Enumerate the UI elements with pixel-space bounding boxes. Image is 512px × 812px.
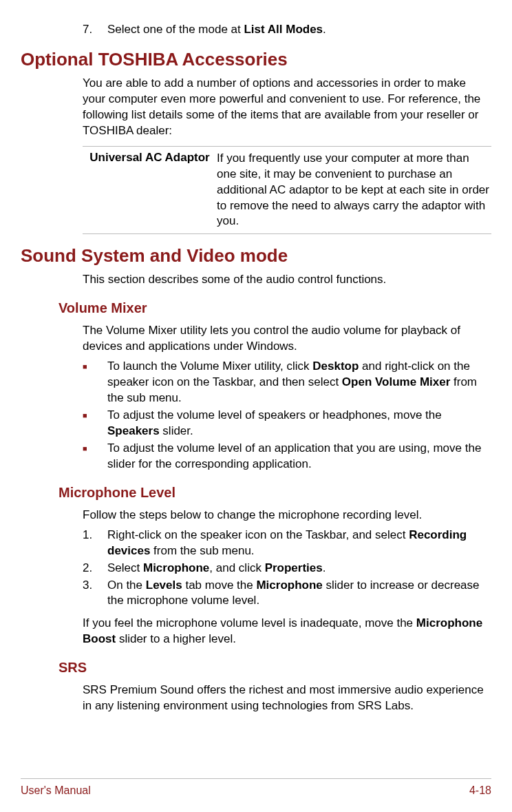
bold-text: Desktop <box>312 360 359 373</box>
heading-optional-accessories: Optional TOSHIBA Accessories <box>21 49 491 70</box>
list-item: ■ To adjust the volume level of speakers… <box>83 408 491 439</box>
list-item: ■ To adjust the volume level of an appli… <box>83 441 491 472</box>
text: , and click <box>209 561 264 574</box>
bullet-icon: ■ <box>83 408 107 439</box>
volume-intro: The Volume Mixer utility lets you contro… <box>83 323 491 355</box>
mic-step-2: 2. Select Microphone, and click Properti… <box>83 561 491 576</box>
accessory-table: Universal AC Adaptor If you frequently u… <box>83 146 491 235</box>
step-number: 1. <box>83 528 107 559</box>
page-container: 7. Select one of the mode at List All Mo… <box>0 0 512 812</box>
text: On the <box>107 579 146 592</box>
text: slider. <box>160 424 193 437</box>
step-text: On the Levels tab move the Microphone sl… <box>107 578 491 610</box>
table-row: Universal AC Adaptor If you frequently u… <box>83 147 491 234</box>
sound-intro: This section describes some of the audio… <box>83 272 491 288</box>
text: . <box>323 561 326 574</box>
bullet-icon: ■ <box>83 441 107 472</box>
text: Select <box>107 561 143 574</box>
bullet-text: To adjust the volume level of speakers o… <box>107 408 491 439</box>
bold-text: Microphone <box>256 579 322 592</box>
text: tab move the <box>182 579 257 592</box>
bullet-text: To adjust the volume level of an applica… <box>107 441 491 472</box>
text: If you feel the microphone volume level … <box>83 616 416 629</box>
accessory-description: If you frequently use your computer at m… <box>217 151 491 230</box>
mic-note: If you feel the microphone volume level … <box>83 616 491 647</box>
heading-volume-mixer: Volume Mixer <box>58 300 491 316</box>
text: slider to a higher level. <box>116 632 236 645</box>
page-number: 4-18 <box>469 784 491 797</box>
step-text: Right-click on the speaker icon on the T… <box>107 528 491 559</box>
text: Select one of the mode at <box>107 23 244 36</box>
text: To launch the Volume Mixer utility, clic… <box>107 360 312 373</box>
step-7: 7. Select one of the mode at List All Mo… <box>83 22 491 38</box>
text: Right-click on the speaker icon on the T… <box>107 528 409 541</box>
text: from the sub menu. <box>150 544 254 557</box>
step-text: Select one of the mode at List All Modes… <box>107 22 491 38</box>
mic-step-3: 3. On the Levels tab move the Microphone… <box>83 578 491 610</box>
bold-text: Properties <box>265 561 323 574</box>
bold-text: Open Volume Mixer <box>342 375 450 388</box>
step-number: 3. <box>83 578 107 610</box>
heading-microphone-level: Microphone Level <box>58 485 491 501</box>
text: To adjust the volume level of speakers o… <box>107 408 442 421</box>
bold-text: List All Modes <box>244 23 323 36</box>
bullet-text: To launch the Volume Mixer utility, clic… <box>107 359 491 406</box>
step-text: Select Microphone, and click Properties. <box>107 561 491 576</box>
heading-srs: SRS <box>58 660 491 676</box>
page-footer: User's Manual 4-18 <box>21 778 491 797</box>
page-content: 7. Select one of the mode at List All Mo… <box>21 22 491 760</box>
bold-text: Microphone <box>143 561 209 574</box>
bullet-icon: ■ <box>83 359 107 406</box>
srs-text: SRS Premium Sound offers the richest and… <box>83 683 491 714</box>
accessories-intro: You are able to add a number of options … <box>83 76 491 139</box>
step-number: 2. <box>83 561 107 576</box>
text: To adjust the volume level of an applica… <box>107 441 481 470</box>
bold-text: Speakers <box>107 424 160 437</box>
footer-title: User's Manual <box>21 784 91 797</box>
accessory-label: Universal AC Adaptor <box>83 151 217 230</box>
heading-sound-system: Sound System and Video mode <box>21 245 491 267</box>
mic-step-1: 1. Right-click on the speaker icon on th… <box>83 528 491 559</box>
mic-intro: Follow the steps below to change the mic… <box>83 508 491 523</box>
bold-text: Levels <box>146 579 182 592</box>
list-item: ■ To launch the Volume Mixer utility, cl… <box>83 359 491 406</box>
text: . <box>323 23 326 36</box>
step-number: 7. <box>83 22 107 38</box>
